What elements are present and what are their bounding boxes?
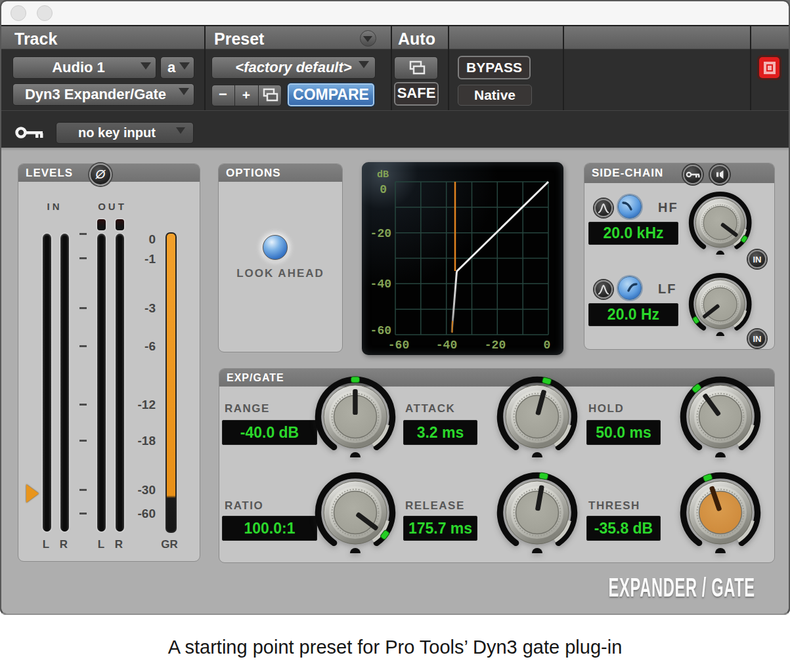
svg-text:-20: -20 bbox=[485, 339, 506, 352]
svg-text:0: 0 bbox=[544, 339, 551, 352]
svg-text:-40: -40 bbox=[436, 339, 457, 352]
svg-text:dB: dB bbox=[377, 169, 389, 180]
svg-text:-60: -60 bbox=[388, 339, 409, 352]
svg-text:-40: -40 bbox=[370, 278, 391, 291]
svg-text:-20: -20 bbox=[370, 227, 391, 240]
svg-text:0: 0 bbox=[380, 183, 387, 196]
svg-text:-60: -60 bbox=[370, 324, 391, 337]
